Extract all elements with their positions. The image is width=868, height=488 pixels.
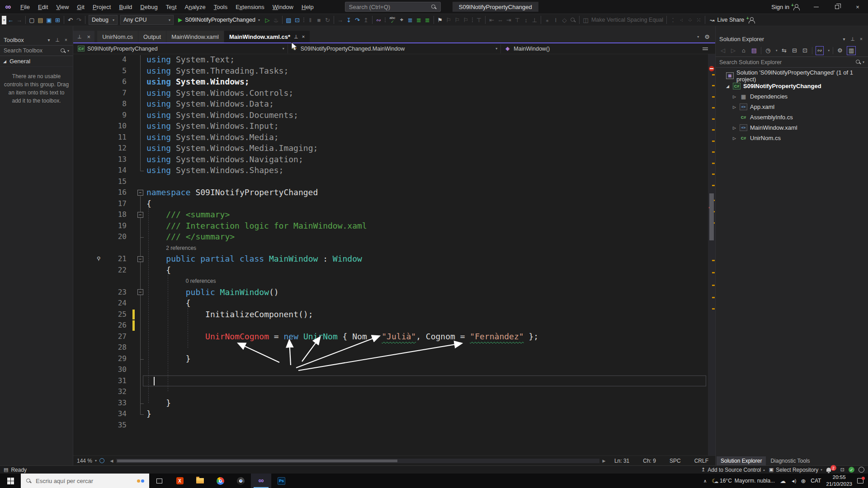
expand-icon[interactable]: ◇: [560, 15, 569, 25]
split-window-handle[interactable]: [703, 47, 708, 50]
scroll-right-arrow[interactable]: ▶: [600, 459, 608, 463]
vertical-spacing-icon[interactable]: ◫: [581, 15, 590, 25]
sign-in-link[interactable]: Sign in: [768, 4, 793, 10]
space-evenly-icon-1[interactable]: ⁚: [669, 15, 677, 25]
redo-icon[interactable]: ↷: [75, 15, 83, 25]
selection-mode-icon[interactable]: ⌖: [397, 15, 406, 25]
start-debugging-button[interactable]: ▶S09INotifyPropertyChanged▾: [175, 15, 263, 25]
collapse-all-icon[interactable]: ⊟: [791, 46, 798, 55]
code-line[interactable]: 33}: [73, 398, 708, 409]
open-file-icon[interactable]: ▤: [36, 15, 45, 25]
align-right-icon[interactable]: ⇥: [505, 15, 513, 25]
code-line[interactable]: ⚲21public partial class MainWindow : Win…: [73, 253, 708, 265]
sync-with-active-document-icon[interactable]: ⇆: [781, 46, 788, 55]
menu-test[interactable]: Test: [162, 1, 181, 13]
tree-item-mainwindow-xaml[interactable]: ▷<>MainWindow.xaml: [716, 122, 868, 133]
bottom-tab-solution-explorer[interactable]: Solution Explorer: [717, 456, 766, 465]
align-middle-icon[interactable]: ↕: [522, 15, 530, 25]
comment-lines-icon[interactable]: ≣: [415, 15, 423, 25]
chrome-icon[interactable]: [210, 474, 231, 488]
network-icon[interactable]: ⊕: [801, 478, 806, 484]
tab-unirnom-cs[interactable]: UnirNom.cs: [97, 31, 138, 42]
add-collaborator-icon[interactable]: +: [747, 15, 755, 25]
horizontal-scrollbar[interactable]: [116, 459, 599, 463]
task-view-icon[interactable]: [149, 474, 170, 488]
space-evenly-icon-4[interactable]: ⁙: [694, 15, 703, 25]
visual-studio-icon[interactable]: ∞: [251, 474, 271, 488]
code-line[interactable]: 4using System.Text;: [73, 54, 708, 66]
expander-icon[interactable]: ▷: [732, 105, 737, 109]
code-line[interactable]: 27UnirNomCognom = new UnirNom { Nom = "J…: [73, 331, 708, 343]
close-icon[interactable]: ×: [858, 37, 864, 42]
save-all-icon[interactable]: ⊞: [53, 15, 62, 25]
expander-icon[interactable]: ▷: [732, 94, 737, 99]
pin-icon[interactable]: ⊥: [849, 36, 856, 42]
action-center-icon[interactable]: [857, 478, 863, 483]
code-line[interactable]: 10using System.Windows.Input;: [73, 121, 708, 132]
quick-search-input[interactable]: Search (Ctrl+Q): [345, 2, 441, 12]
start-without-debugging-icon[interactable]: ▷: [263, 15, 272, 25]
align-top-icon[interactable]: ⊤: [513, 15, 522, 25]
collapse-box-icon[interactable]: −: [137, 289, 143, 295]
pin-icon[interactable]: ⊥: [54, 37, 61, 43]
expander-icon[interactable]: ◢: [725, 84, 730, 89]
menu-build[interactable]: Build: [115, 1, 136, 13]
code-line[interactable]: 34}: [73, 408, 708, 420]
back-icon[interactable]: ◁: [719, 46, 726, 55]
space-evenly-icon-3[interactable]: ⁘: [686, 15, 694, 25]
pending-changes-filter-icon[interactable]: ◷: [764, 46, 772, 55]
tree-item-dependencies[interactable]: ▷▦Dependencies: [716, 91, 868, 102]
menu-project[interactable]: Project: [89, 1, 115, 13]
code-line[interactable]: 20/// </summary>: [73, 231, 708, 243]
menu-git[interactable]: Git: [73, 1, 89, 13]
code-line[interactable]: 14using System.Windows.Shapes;: [73, 165, 708, 176]
code-line[interactable]: 28: [73, 342, 708, 353]
code-line[interactable]: 23public MainWindow(): [73, 287, 708, 298]
zoom-level-dropdown[interactable]: 144 %: [77, 458, 92, 464]
close-icon[interactable]: ×: [87, 33, 91, 40]
language-indicator[interactable]: CAT: [811, 478, 821, 484]
menu-help[interactable]: Help: [297, 1, 318, 13]
restart-icon[interactable]: ↻: [323, 15, 332, 25]
solution-platforms-dropdown[interactable]: Any CPU▾: [120, 15, 174, 25]
save-icon[interactable]: ▣: [45, 15, 53, 25]
previous-bookmark-icon[interactable]: ⚐: [444, 15, 453, 25]
menu-window[interactable]: Window: [269, 1, 297, 13]
chevron-down-icon[interactable]: ▾: [2, 16, 6, 24]
bottom-tab-diagnostic-tools[interactable]: Diagnostic Tools: [766, 456, 814, 465]
start-button[interactable]: [0, 474, 21, 488]
tab-mainwindow-xaml[interactable]: MainWindow.xaml: [166, 31, 224, 42]
hidden-icons-chevron[interactable]: ∧: [703, 479, 707, 483]
show-all-files-icon[interactable]: ⊡: [802, 46, 809, 55]
volume-icon[interactable]: ◄): [791, 479, 796, 483]
code-line[interactable]: 25InitializeComponent();: [73, 309, 708, 320]
code-line[interactable]: 16namespace S09INotifyPropertyChanged: [73, 187, 708, 198]
space-mode-indicator[interactable]: SPC: [663, 458, 688, 464]
uncomment-lines-icon[interactable]: ≣: [423, 15, 432, 25]
toolbox-group-general[interactable]: ◢ General: [0, 56, 73, 67]
gear-icon[interactable]: ⚙: [704, 33, 710, 40]
chevron-down-icon[interactable]: ▾: [46, 38, 52, 42]
menu-analyze[interactable]: Analyze: [181, 1, 210, 13]
settings-wrench-icon[interactable]: ⚙: [836, 46, 844, 55]
pin-toolbar-icon[interactable]: ⊤: [475, 15, 483, 25]
undo-icon[interactable]: ↶: [66, 15, 75, 25]
chevron-down-icon[interactable]: ▾: [841, 37, 847, 42]
menu-extensions[interactable]: Extensions: [231, 1, 269, 13]
clock[interactable]: 20:55 21/10/2023: [826, 474, 852, 488]
menu-edit[interactable]: Edit: [34, 1, 52, 13]
user-account-icon[interactable]: +: [793, 4, 799, 10]
hot-reload-icon[interactable]: ♨: [272, 15, 280, 25]
collapse-box-icon[interactable]: −: [137, 190, 143, 196]
solution-explorer-search-input[interactable]: Search Solution Explorer ▾: [716, 57, 868, 68]
new-project-icon[interactable]: ▢: [28, 15, 36, 25]
add-to-source-control-button[interactable]: ↥ Add to Source Control ▴: [701, 467, 765, 473]
scroll-left-arrow[interactable]: ◀: [108, 459, 115, 463]
tree-item-app-xaml[interactable]: ▷<>App.xaml: [716, 102, 868, 112]
code-line[interactable]: 15: [73, 176, 708, 188]
file-explorer-icon[interactable]: [190, 474, 210, 488]
minimize-button[interactable]: [806, 0, 826, 14]
code-line[interactable]: 17{: [73, 198, 708, 210]
taskbar-search-input[interactable]: Escriu aquí per cercar: [21, 474, 149, 488]
pin-icon[interactable]: ⊥: [294, 34, 298, 40]
